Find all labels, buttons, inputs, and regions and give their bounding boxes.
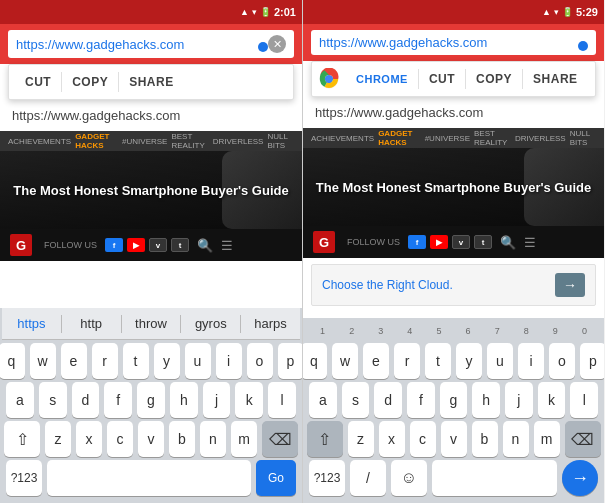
right-key-h[interactable]: h (472, 382, 500, 418)
right-key-o[interactable]: o (549, 343, 575, 379)
key-q[interactable]: q (0, 343, 25, 379)
suggestion-harps[interactable]: harps (241, 308, 300, 339)
right-key-r[interactable]: r (394, 343, 420, 379)
youtube-icon[interactable]: ▶ (127, 238, 145, 252)
right-twitter-icon[interactable]: t (474, 235, 492, 249)
key-o[interactable]: o (247, 343, 273, 379)
key-a[interactable]: a (6, 382, 34, 418)
key-h[interactable]: h (170, 382, 198, 418)
right-top-bar-item-3: #UNIVERSE (425, 134, 470, 143)
ad-banner[interactable]: Choose the Right Cloud. → (311, 264, 596, 306)
right-space-key[interactable] (432, 460, 557, 496)
suggestion-gyros[interactable]: gyros (181, 308, 240, 339)
signal-icon: ▲ (240, 7, 249, 17)
right-key-p[interactable]: p (580, 343, 604, 379)
right-slash-key[interactable]: / (350, 460, 386, 496)
right-key-k[interactable]: k (538, 382, 566, 418)
right-hero-title: The Most Honest Smartphone Buyer's Guide (316, 180, 591, 195)
key-w[interactable]: w (30, 343, 56, 379)
key-n[interactable]: n (200, 421, 226, 457)
right-key-y[interactable]: y (456, 343, 482, 379)
right-key-f[interactable]: f (407, 382, 435, 418)
key-z[interactable]: z (45, 421, 71, 457)
hamburger-menu-icon[interactable]: ☰ (221, 238, 233, 253)
key-u[interactable]: u (185, 343, 211, 379)
right-facebook-icon[interactable]: f (408, 235, 426, 249)
right-key-u[interactable]: u (487, 343, 513, 379)
key-k[interactable]: k (235, 382, 263, 418)
key-f[interactable]: f (104, 382, 132, 418)
go-key[interactable]: Go (256, 460, 296, 496)
suggestion-throw[interactable]: throw (122, 308, 181, 339)
right-key-q[interactable]: q (302, 343, 327, 379)
right-vine-icon[interactable]: v (452, 235, 470, 249)
right-key-g[interactable]: g (440, 382, 468, 418)
key-l[interactable]: l (268, 382, 296, 418)
right-key-t[interactable]: t (425, 343, 451, 379)
right-site-search-icon[interactable]: 🔍 (500, 235, 516, 250)
right-youtube-icon[interactable]: ▶ (430, 235, 448, 249)
right-key-n[interactable]: n (503, 421, 529, 457)
site-search-icon[interactable]: 🔍 (197, 238, 213, 253)
key-e[interactable]: e (61, 343, 87, 379)
right-key-l[interactable]: l (570, 382, 598, 418)
suggestion-http[interactable]: http (62, 308, 121, 339)
right-shift-key[interactable]: ⇧ (307, 421, 343, 457)
suggestion-https[interactable]: https (2, 308, 61, 339)
right-key-c[interactable]: c (410, 421, 436, 457)
right-key-s[interactable]: s (342, 382, 370, 418)
left-url-bar[interactable]: https://www.gadgehacks.com ✕ (8, 30, 294, 58)
key-j[interactable]: j (203, 382, 231, 418)
right-copy-button[interactable]: COPY (466, 62, 522, 96)
facebook-icon[interactable]: f (105, 238, 123, 252)
vine-icon[interactable]: v (149, 238, 167, 252)
right-key-w[interactable]: w (332, 343, 358, 379)
key-r[interactable]: r (92, 343, 118, 379)
key-d[interactable]: d (72, 382, 100, 418)
key-y[interactable]: y (154, 343, 180, 379)
key-c[interactable]: c (107, 421, 133, 457)
cut-button[interactable]: CUT (15, 65, 61, 99)
right-key-z[interactable]: z (348, 421, 374, 457)
key-m[interactable]: m (231, 421, 257, 457)
right-go-key[interactable]: → (562, 460, 598, 496)
right-delete-key[interactable]: ⌫ (565, 421, 601, 457)
key-p[interactable]: p (278, 343, 303, 379)
right-key-a[interactable]: a (309, 382, 337, 418)
right-key-x[interactable]: x (379, 421, 405, 457)
right-cut-button[interactable]: CUT (419, 62, 465, 96)
space-key[interactable] (47, 460, 251, 496)
ad-arrow-button[interactable]: → (555, 273, 585, 297)
right-site-preview: ACHIEVEMENTS GADGET HACKS #UNIVERSE BEST… (303, 128, 604, 258)
right-number-switch-key[interactable]: ?123 (309, 460, 345, 496)
right-key-m[interactable]: m (534, 421, 560, 457)
key-g[interactable]: g (137, 382, 165, 418)
left-url-clear-button[interactable]: ✕ (268, 35, 286, 53)
right-key-d[interactable]: d (374, 382, 402, 418)
right-share-button[interactable]: SHARE (523, 62, 588, 96)
right-key-j[interactable]: j (505, 382, 533, 418)
copy-button[interactable]: COPY (62, 65, 118, 99)
key-t[interactable]: t (123, 343, 149, 379)
left-url-text[interactable]: https://www.gadgehacks.com (16, 37, 256, 52)
share-button[interactable]: SHARE (119, 65, 184, 99)
key-s[interactable]: s (39, 382, 67, 418)
right-url-text[interactable]: https://www.gadgehacks.com (319, 35, 576, 50)
key-b[interactable]: b (169, 421, 195, 457)
right-url-bar[interactable]: https://www.gadgehacks.com (311, 30, 596, 55)
right-key-v[interactable]: v (441, 421, 467, 457)
right-emoji-key[interactable]: ☺ (391, 460, 427, 496)
twitter-icon[interactable]: t (171, 238, 189, 252)
right-hamburger-menu-icon[interactable]: ☰ (524, 235, 536, 250)
chrome-label[interactable]: CHROME (346, 62, 418, 96)
right-key-i[interactable]: i (518, 343, 544, 379)
right-key-b[interactable]: b (472, 421, 498, 457)
bottom-row: ?123 Go (2, 460, 300, 496)
key-x[interactable]: x (76, 421, 102, 457)
key-v[interactable]: v (138, 421, 164, 457)
key-i[interactable]: i (216, 343, 242, 379)
shift-key[interactable]: ⇧ (4, 421, 40, 457)
right-key-e[interactable]: e (363, 343, 389, 379)
number-switch-key[interactable]: ?123 (6, 460, 42, 496)
delete-key[interactable]: ⌫ (262, 421, 298, 457)
